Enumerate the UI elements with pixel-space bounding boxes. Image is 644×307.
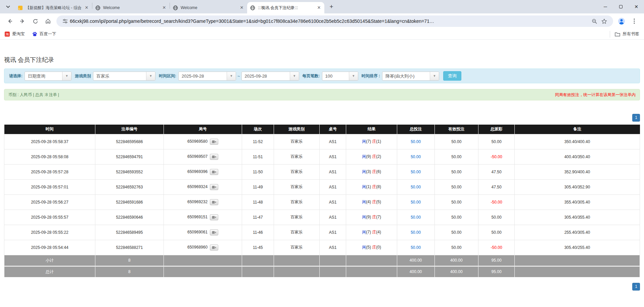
chevron-down-icon[interactable]: ▼ — [349, 72, 358, 80]
total-bet-link[interactable]: 50.00 — [411, 200, 421, 205]
page-1-button[interactable]: 1 — [632, 114, 640, 122]
chevron-down-icon[interactable]: ▼ — [62, 72, 71, 80]
tab-welcome-2[interactable]: Welcome ✕ — [170, 2, 247, 13]
cell-time: 2025-09-28 05:54:44 — [4, 240, 95, 255]
round-number: 650969396 — [187, 169, 208, 174]
cell-table-number: AS1 — [319, 134, 346, 149]
maximize-button[interactable] — [613, 0, 629, 13]
url-text[interactable]: 66cxkj98.com/ipl/portal.php/game/betreco… — [70, 18, 590, 24]
currency-summary: 币别 : 人民币 | 总共 :8 注单 | — [8, 92, 59, 98]
tab-close-icon[interactable]: ✕ — [84, 5, 89, 10]
cell-round: 650969061 — [164, 225, 242, 240]
game-type-select[interactable]: 百家乐 ▼ — [93, 72, 155, 81]
chevron-down-icon[interactable]: ▼ — [227, 72, 236, 80]
result-player: 闲(9) — [362, 154, 371, 159]
cell-round: 650969396 — [164, 164, 242, 179]
folder-icon — [615, 32, 620, 37]
cell-time: 2025-09-28 05:55:22 — [4, 225, 95, 240]
sort-order-value: 降幂(由大到小) — [382, 72, 430, 80]
home-icon[interactable] — [42, 15, 54, 28]
payout-value: 50.00 — [492, 215, 502, 220]
page-1-button[interactable]: 1 — [632, 283, 640, 291]
cell-total-bet[interactable]: 50.00 — [397, 179, 434, 194]
date-from-select[interactable]: 2025-09-28 ▼ — [178, 72, 236, 81]
footer-cell — [515, 255, 640, 266]
result-banker: 庄(2) — [372, 154, 381, 159]
total-bet-link[interactable]: 50.00 — [411, 139, 421, 144]
tab-close-icon[interactable]: ✕ — [239, 5, 244, 10]
date-to-select[interactable]: 2025-09-28 ▼ — [241, 72, 299, 81]
tab-title: Welcome — [103, 5, 159, 10]
zoom-icon[interactable] — [592, 18, 597, 24]
video-replay-icon[interactable] — [210, 169, 218, 175]
payout-value: 47.50 — [492, 170, 502, 174]
cell-result: 闲(3) 庄(6) — [346, 164, 397, 179]
cell-valid-bet: 50.00 — [434, 240, 478, 255]
forum-icon — [17, 5, 23, 10]
tab-bet-record-active[interactable]: :::视讯 会员下注纪录::: ✕ — [247, 2, 324, 13]
cell-result: 闲(9) 庄(2) — [346, 149, 397, 164]
page-title: 视讯 会员下注纪录 — [4, 56, 640, 64]
total-bet-link[interactable]: 50.00 — [411, 155, 421, 159]
bookmark-star-icon[interactable] — [601, 18, 607, 24]
sort-order-select[interactable]: 降幂(由大到小) ▼ — [382, 72, 439, 81]
tab-search-chevron-icon[interactable] — [3, 2, 13, 11]
cell-total-bet[interactable]: 50.00 — [397, 210, 434, 225]
address-bar[interactable]: 66cxkj98.com/ipl/portal.php/game/betreco… — [56, 15, 613, 27]
video-replay-icon[interactable] — [210, 214, 218, 220]
search-button[interactable]: 查询 — [443, 71, 461, 81]
payout-value: 47.50 — [492, 185, 502, 189]
cell-game-type: 百家乐 — [274, 179, 319, 194]
forward-icon[interactable] — [16, 15, 29, 28]
video-replay-icon[interactable] — [210, 184, 218, 190]
video-replay-icon[interactable] — [210, 199, 218, 205]
cell-remark: 400.40/350.40 — [515, 149, 640, 164]
per-page-select[interactable]: 100 ▼ — [322, 72, 358, 81]
video-replay-icon[interactable] — [210, 139, 218, 145]
filter-panel: 请选择: 日期查询 ▼ 游戏类别 百家乐 ▼ 时间区间: 2025-09-28 … — [4, 69, 640, 83]
query-type-select[interactable]: 日期查询 ▼ — [25, 72, 72, 81]
profile-avatar[interactable] — [615, 15, 628, 28]
menu-kebab-icon[interactable] — [628, 15, 641, 28]
total-bet-link[interactable]: 50.00 — [411, 230, 421, 235]
cell-total-bet[interactable]: 50.00 — [397, 149, 434, 164]
cell-total-bet[interactable]: 50.00 — [397, 134, 434, 149]
cell-table-number: AS1 — [319, 240, 346, 255]
cell-total-bet[interactable]: 50.00 — [397, 194, 434, 210]
video-replay-icon[interactable] — [210, 245, 218, 251]
footer-cell: 95.00 — [478, 255, 515, 266]
tab-forum[interactable]: 【新提醒】海燕策略论坛 - 综合 ✕ — [15, 2, 92, 13]
result-player: 闲(7) — [362, 139, 371, 144]
tab-close-icon[interactable]: ✕ — [316, 5, 322, 10]
cell-result: 闲(1) 庄(8) — [346, 179, 397, 194]
chevron-down-icon[interactable]: ▼ — [430, 72, 439, 80]
cell-session: 11-46 — [242, 225, 274, 240]
round-number: 650969061 — [187, 230, 208, 234]
back-icon[interactable] — [3, 15, 16, 28]
all-bookmarks[interactable]: 所有书签 — [610, 31, 639, 38]
total-bet-link[interactable]: 50.00 — [411, 245, 421, 250]
tab-close-icon[interactable]: ✕ — [162, 5, 167, 10]
tab-welcome-1[interactable]: Welcome ✕ — [92, 2, 170, 13]
cell-total-bet[interactable]: 50.00 — [397, 240, 434, 255]
video-replay-icon[interactable] — [210, 154, 218, 160]
cell-total-bet[interactable]: 50.00 — [397, 225, 434, 240]
column-header: 局号 — [164, 125, 242, 134]
video-replay-icon[interactable] — [210, 229, 218, 235]
bookmark-taobao[interactable]: 淘 爱淘宝 — [5, 31, 25, 37]
total-bet-link[interactable]: 50.00 — [411, 215, 421, 220]
bookmark-baidu[interactable]: 百度一下 — [32, 31, 56, 37]
total-bet-link[interactable]: 50.00 — [411, 170, 421, 174]
cell-total-bet[interactable]: 50.00 — [397, 164, 434, 179]
new-tab-button[interactable]: + — [327, 2, 336, 11]
total-bet-link[interactable]: 50.00 — [411, 185, 421, 189]
reload-icon[interactable] — [29, 15, 42, 28]
chevron-down-icon[interactable]: ▼ — [290, 72, 299, 80]
minimize-button[interactable]: ─ — [598, 0, 613, 13]
tune-icon[interactable] — [62, 18, 68, 24]
chevron-down-icon[interactable]: ▼ — [146, 72, 155, 80]
cell-session: 11-45 — [242, 240, 274, 255]
round-number: 650969507 — [187, 154, 208, 159]
pagination-bottom: 1 — [4, 283, 640, 291]
close-button[interactable]: ✕ — [629, 0, 644, 13]
